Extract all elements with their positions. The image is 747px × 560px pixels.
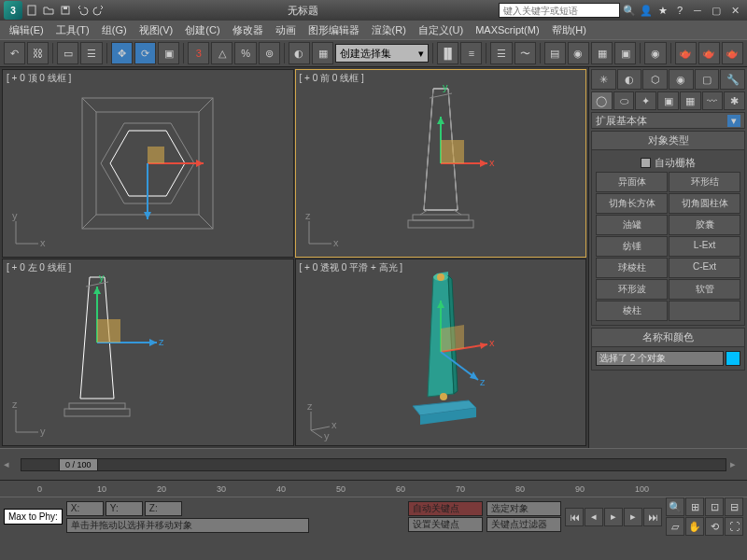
helpers-subtab[interactable]: ▦ (680, 91, 701, 110)
select-scale-button[interactable]: ▣ (158, 42, 179, 64)
select-name-button[interactable]: ☰ (80, 42, 102, 64)
menu-edit[interactable]: 编辑(E) (4, 21, 49, 39)
rollout-header[interactable]: 名称和颜色 (592, 329, 744, 347)
autogrid-checkbox[interactable] (641, 158, 651, 168)
autogrid-row[interactable]: 自动栅格 (596, 154, 740, 172)
utilities-tab[interactable]: 🔧 (720, 69, 745, 90)
new-icon[interactable] (24, 3, 39, 18)
hierarchy-tab[interactable]: ⬡ (642, 69, 668, 90)
menu-create[interactable]: 创建(C) (179, 21, 225, 39)
spinner-snap-button[interactable]: ⊚ (259, 42, 280, 64)
obj-chamfercyl[interactable]: 切角圆柱体 (669, 193, 740, 214)
setkey-button[interactable]: 设置关键点 (408, 517, 483, 532)
mirror-tool-button[interactable]: ▐▌ (437, 42, 458, 64)
selection-set-dropdown[interactable]: 创建选择集 (335, 44, 429, 63)
time-ruler[interactable]: 0 10 20 30 40 50 60 70 80 90 100 (0, 480, 747, 497)
undo-icon[interactable] (75, 3, 90, 18)
zoom-button[interactable]: 🔍 (666, 497, 684, 516)
menu-group[interactable]: 组(G) (96, 21, 133, 39)
viewport-top[interactable]: [ + 0 顶 0 线框 ] x y (2, 69, 294, 258)
shapes-subtab[interactable]: ⬭ (613, 91, 635, 110)
undo-button[interactable]: ↶ (4, 42, 25, 64)
viewport-front[interactable]: [ + 0 前 0 线框 ] yx x z (295, 69, 587, 258)
goto-start-button[interactable]: ⏮ (565, 508, 584, 526)
angle-snap-button[interactable]: △ (211, 42, 233, 64)
star-icon[interactable]: ★ (655, 3, 670, 18)
obj-capsule[interactable]: 胶囊 (669, 215, 740, 235)
cameras-subtab[interactable]: ▣ (657, 91, 679, 110)
search-input[interactable] (499, 3, 620, 18)
play-button[interactable]: ▸ (604, 508, 623, 526)
teapot3-button[interactable]: 🫖 (722, 42, 743, 64)
align-tool-button[interactable]: ≡ (460, 42, 482, 64)
select-rotate-button[interactable]: ⟳ (134, 42, 156, 64)
obj-oiltank[interactable]: 油罐 (596, 215, 668, 235)
mirror-button[interactable]: ◐ (289, 42, 310, 64)
open-icon[interactable] (41, 3, 56, 18)
pan-button[interactable]: ✋ (685, 517, 704, 536)
menu-customize[interactable]: 自定义(U) (413, 21, 469, 39)
goto-end-button[interactable]: ⏭ (643, 508, 662, 526)
next-frame-button[interactable]: ▸ (624, 508, 642, 526)
minimize-button[interactable]: ─ (689, 4, 706, 17)
systems-subtab[interactable]: ✱ (724, 91, 745, 110)
spacewarps-subtab[interactable]: 〰 (702, 91, 724, 110)
render-frame-button[interactable]: ▣ (614, 42, 636, 64)
menu-grapheditors[interactable]: 图形编辑器 (303, 21, 365, 39)
teapot2-button[interactable]: 🫖 (698, 42, 720, 64)
obj-ringwave[interactable]: 环形波 (596, 279, 668, 300)
y-field[interactable]: Y: (106, 501, 143, 516)
time-slider[interactable]: 0 / 100 (21, 458, 726, 471)
viewport-left[interactable]: [ + 0 左 0 线框 ] yz y z (2, 259, 294, 447)
obj-hedra[interactable]: 异面体 (596, 172, 668, 192)
material-editor-button[interactable]: ◉ (568, 42, 589, 64)
obj-cext[interactable]: C-Ext (669, 258, 740, 278)
zoom-all-button[interactable]: ⊞ (685, 497, 704, 516)
zoom-extents-all-button[interactable]: ⊟ (725, 497, 743, 516)
save-icon[interactable] (58, 3, 73, 18)
menu-tools[interactable]: 工具(T) (50, 21, 95, 39)
menu-animation[interactable]: 动画 (270, 21, 302, 39)
percent-snap-button[interactable]: % (234, 42, 256, 64)
layers-button[interactable]: ☰ (490, 42, 512, 64)
obj-torusknot[interactable]: 环形结 (669, 172, 740, 192)
selobj-dropdown[interactable]: 选定对象 (486, 501, 561, 516)
lights-subtab[interactable]: ✦ (635, 91, 656, 110)
time-thumb[interactable]: 0 / 100 (59, 458, 98, 471)
keyfilter-button[interactable]: 关键点过滤器 (486, 517, 561, 532)
obj-lext[interactable]: L-Ext (669, 236, 740, 257)
z-field[interactable]: Z: (145, 501, 182, 516)
help-icon[interactable]: ? (672, 3, 687, 18)
modify-tab[interactable]: ◐ (617, 69, 642, 90)
menu-modifiers[interactable]: 修改器 (227, 21, 269, 39)
autokey-button[interactable]: 自动关键点 (408, 501, 483, 516)
display-tab[interactable]: ▢ (695, 69, 720, 90)
redo-icon[interactable] (92, 3, 106, 18)
viewport-perspective[interactable]: [ + 0 透视 0 平滑 + 高光 ] x z (295, 259, 587, 447)
time-scroll-right[interactable]: ▸ (730, 458, 743, 470)
obj-spindle[interactable]: 纺锤 (596, 236, 668, 257)
maximize-button[interactable]: ▢ (708, 4, 725, 17)
link-button[interactable]: ⛓ (27, 42, 49, 64)
obj-chamferbox[interactable]: 切角长方体 (596, 193, 668, 214)
time-scroll-left[interactable]: ◂ (4, 458, 17, 470)
object-name-input[interactable] (596, 351, 724, 366)
obj-hose[interactable]: 软管 (669, 279, 740, 300)
obj-prism[interactable]: 棱柱 (596, 301, 668, 321)
orbit-button[interactable]: ⟲ (705, 517, 724, 536)
schematic-button[interactable]: ▤ (544, 42, 566, 64)
obj-gengon[interactable]: 球棱柱 (596, 258, 668, 278)
fov-button[interactable]: ▱ (666, 517, 684, 536)
curve-editor-button[interactable]: 〜 (514, 42, 536, 64)
menu-views[interactable]: 视图(V) (134, 21, 179, 39)
x-field[interactable]: X: (66, 501, 104, 516)
binoculars-icon[interactable]: 🔍 (622, 3, 637, 18)
maximize-viewport-button[interactable]: ⛶ (725, 517, 743, 536)
motion-tab[interactable]: ◉ (669, 69, 694, 90)
select-move-button[interactable]: ✥ (111, 42, 133, 64)
menu-help[interactable]: 帮助(H) (546, 21, 592, 39)
zoom-extents-button[interactable]: ⊡ (705, 497, 724, 516)
close-button[interactable]: ✕ (726, 4, 743, 17)
snap-3-button[interactable]: 3 (188, 42, 209, 64)
select-button[interactable]: ▭ (57, 42, 78, 64)
